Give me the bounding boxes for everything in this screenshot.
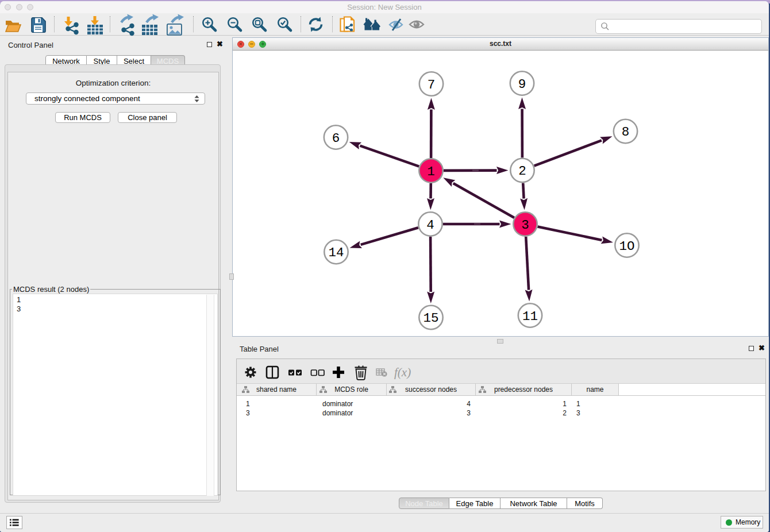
svg-text:1O: 1O (619, 239, 634, 254)
svg-text:1: 1 (427, 164, 435, 179)
svg-text:8: 8 (622, 125, 630, 140)
svg-text:6: 6 (332, 131, 340, 146)
svg-text:15: 15 (423, 311, 438, 326)
svg-text:f(x): f(x) (394, 365, 411, 379)
svg-text:3: 3 (521, 218, 529, 233)
svg-text:7: 7 (428, 78, 436, 92)
svg-text:9: 9 (518, 77, 526, 92)
svg-text:2: 2 (518, 164, 526, 179)
svg-text:14: 14 (328, 245, 344, 260)
svg-text:11: 11 (522, 309, 538, 324)
svg-text:4: 4 (426, 218, 434, 233)
